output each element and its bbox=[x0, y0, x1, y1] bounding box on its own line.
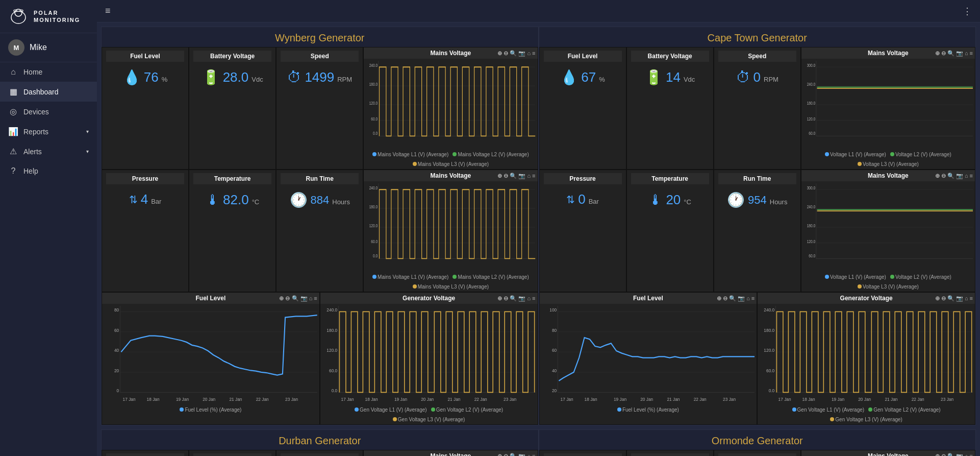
sidebar-item-home[interactable]: ⌂ Home bbox=[0, 62, 97, 82]
capetown-battery-label: Battery Voltage bbox=[631, 51, 709, 62]
ormonde-battery: Battery Voltage 🔋 28 Vdc bbox=[626, 450, 714, 456]
svg-text:0: 0 bbox=[117, 388, 119, 393]
capetown-speed-unit: RPM bbox=[764, 76, 778, 83]
sidebar-item-help[interactable]: ? Help bbox=[0, 161, 97, 181]
chart-controls[interactable]: ⊕ ⊖ 🔍 📷 ⌂ ≡ bbox=[497, 50, 535, 57]
speed-icon: ⏱ bbox=[287, 69, 301, 86]
capetown-mains-voltage-chart2: Mains Voltage ⊕ ⊖ 🔍 📷 ⌂ ≡ 300.0 240.0 18… bbox=[801, 170, 975, 292]
reports-icon: 📊 bbox=[8, 127, 18, 136]
help-icon: ? bbox=[8, 166, 18, 176]
capetown-stats-row2: Pressure ⇅ 0 Bar Temperature 🌡 20 °C bbox=[539, 170, 976, 292]
svg-text:180.0: 180.0 bbox=[764, 328, 775, 333]
svg-text:20: 20 bbox=[114, 368, 119, 373]
polar-bear-icon bbox=[8, 6, 29, 27]
svg-text:17 Jan: 17 Jan bbox=[341, 397, 354, 402]
wynberg-mains-voltage-label2: Mains Voltage bbox=[431, 172, 471, 179]
svg-text:240.0: 240.0 bbox=[326, 307, 337, 313]
svg-text:20 Jan: 20 Jan bbox=[203, 397, 215, 402]
capetown-stats-row1: Fuel Level 💧 67 % Battery Voltage 🔋 14 V… bbox=[539, 47, 976, 170]
wynberg-fuel-chart-body: 80 60 40 20 0 bbox=[102, 304, 319, 406]
sidebar-item-alerts[interactable]: ⚠ Alerts ▾ bbox=[0, 141, 97, 161]
menu-toggle-button[interactable]: ≡ bbox=[105, 6, 111, 16]
home-icon: ⌂ bbox=[8, 67, 18, 77]
capetown-pressure-value: 0 bbox=[578, 191, 585, 207]
svg-text:180.0: 180.0 bbox=[369, 204, 378, 210]
svg-text:180.0: 180.0 bbox=[807, 100, 815, 106]
svg-text:19 Jan: 19 Jan bbox=[613, 397, 626, 402]
svg-text:20 Jan: 20 Jan bbox=[640, 397, 653, 402]
wynberg-speed-unit: RPM bbox=[337, 76, 352, 83]
capetown-fuel-level: Fuel Level 💧 67 % bbox=[539, 47, 626, 170]
wynberg-temp-label: Temperature bbox=[193, 173, 271, 184]
durban-stats-row1: Fuel Level 💧 63 % Battery Voltage 🔋 14 V… bbox=[102, 450, 538, 456]
pressure-icon2: ⇅ bbox=[566, 194, 575, 206]
svg-text:21 Jan: 21 Jan bbox=[667, 397, 680, 402]
chart-controls4[interactable]: ⊕ ⊖ 🔍 📷 ⌂ ≡ bbox=[497, 295, 535, 302]
wynberg-fuel-unit: % bbox=[162, 76, 168, 83]
durban-speed-label: Speed bbox=[281, 453, 359, 456]
wynberg-pressure: Pressure ⇅ 4 Bar bbox=[102, 170, 189, 292]
svg-text:240.0: 240.0 bbox=[807, 204, 815, 210]
wynberg-pressure-unit: Bar bbox=[151, 198, 161, 205]
wynberg-fuel-level-chart-label: Fuel Level bbox=[196, 295, 226, 302]
svg-text:60: 60 bbox=[551, 348, 556, 353]
sidebar-item-reports[interactable]: 📊 Reports ▾ bbox=[0, 122, 97, 141]
capetown-fuel-value: 67 bbox=[581, 69, 596, 85]
wynberg-fuel-label: Fuel Level bbox=[106, 51, 184, 62]
chart-controls7[interactable]: ⊕ ⊖ 🔍 📷 ⌂ ≡ bbox=[717, 295, 755, 302]
svg-text:120.0: 120.0 bbox=[807, 238, 815, 244]
dashboard: Wynberg Generator Fuel Level 💧 76 % Batt… bbox=[97, 27, 980, 456]
svg-text:120.0: 120.0 bbox=[764, 348, 775, 353]
svg-text:300.0: 300.0 bbox=[807, 62, 815, 68]
top-generators-row: Wynberg Generator Fuel Level 💧 76 % Batt… bbox=[101, 27, 976, 425]
svg-text:120.0: 120.0 bbox=[807, 115, 815, 122]
clock-icon2: 🕐 bbox=[727, 191, 745, 208]
wynberg-pressure-label: Pressure bbox=[106, 173, 184, 184]
capetown-pressure: Pressure ⇅ 0 Bar bbox=[539, 170, 626, 292]
capetown-runtime-label: Run Time bbox=[718, 173, 796, 184]
capetown-temperature: Temperature 🌡 20 °C bbox=[626, 170, 714, 292]
ct-chart-legend: Voltage L1 (V) (Average) Voltage L2 (V) … bbox=[801, 151, 975, 169]
svg-text:22 Jan: 22 Jan bbox=[256, 397, 269, 402]
capetown-speed-label: Speed bbox=[718, 51, 796, 62]
chart-controls8[interactable]: ⊕ ⊖ 🔍 📷 ⌂ ≡ bbox=[935, 295, 973, 302]
svg-text:240.0: 240.0 bbox=[764, 307, 775, 313]
more-options-button[interactable]: ⋮ bbox=[963, 6, 972, 17]
svg-text:18 Jan: 18 Jan bbox=[584, 397, 597, 402]
svg-text:240.0: 240.0 bbox=[369, 185, 378, 191]
capetown-mains-chart2-body: 300.0 240.0 180.0 120.0 60.0 bbox=[801, 181, 975, 273]
capetown-fuel-unit: % bbox=[599, 76, 605, 83]
capetown-mains-voltage-label2: Mains Voltage bbox=[868, 172, 909, 179]
wynberg-charts-row: Fuel Level ⊕ ⊖ 🔍 📷 ⌂ ≡ 80 60 40 20 bbox=[102, 292, 538, 425]
chart-controls9[interactable]: ⊕ ⊖ 🔍 📷 ⌂ ≡ bbox=[497, 453, 535, 457]
chart-controls10[interactable]: ⊕ ⊖ 🔍 📷 ⌂ ≡ bbox=[935, 453, 973, 457]
wynberg-speed: Speed ⏱ 1499 RPM bbox=[276, 47, 363, 170]
durban-title: Durban Generator bbox=[102, 430, 538, 450]
capetown-gen-voltage-label: Generator Voltage bbox=[840, 295, 893, 302]
durban-battery-label: Battery Voltage bbox=[193, 453, 271, 456]
capetown-runtime-value: 954 bbox=[748, 194, 767, 207]
chart-controls3[interactable]: ⊕ ⊖ 🔍 📷 ⌂ ≡ bbox=[279, 295, 317, 302]
svg-text:22 Jan: 22 Jan bbox=[474, 397, 487, 402]
svg-text:180.0: 180.0 bbox=[807, 223, 815, 229]
svg-text:0.0: 0.0 bbox=[769, 388, 775, 393]
svg-text:40: 40 bbox=[114, 348, 119, 353]
chart-controls5[interactable]: ⊕ ⊖ 🔍 📷 ⌂ ≡ bbox=[935, 50, 973, 57]
wynberg-fuel-level-chart: Fuel Level ⊕ ⊖ 🔍 📷 ⌂ ≡ 80 60 40 20 bbox=[102, 292, 320, 425]
chart-controls6[interactable]: ⊕ ⊖ 🔍 📷 ⌂ ≡ bbox=[935, 173, 973, 179]
durban-fuel-label: Fuel Level bbox=[106, 453, 184, 456]
main-content: ≡ ⋮ Wynberg Generator Fuel Level 💧 76 % bbox=[97, 0, 980, 456]
svg-text:20 Jan: 20 Jan bbox=[858, 397, 871, 402]
gen-legend: Gen Voltage L1 (V) (Average) Gen Voltage… bbox=[320, 406, 538, 424]
svg-text:60.0: 60.0 bbox=[809, 130, 815, 136]
capetown-mains-voltage-label: Mains Voltage bbox=[868, 50, 909, 57]
sidebar-item-devices[interactable]: ◎ Devices bbox=[0, 102, 97, 122]
wynberg-fuel-level: Fuel Level 💧 76 % bbox=[102, 47, 189, 170]
sidebar-item-dashboard[interactable]: ▦ Dashboard bbox=[0, 82, 97, 102]
ct-fuel-legend: Fuel Level (%) (Average) bbox=[540, 406, 757, 415]
water-drop-icon: 💧 bbox=[123, 69, 141, 86]
avatar: M bbox=[8, 39, 24, 56]
chart-controls2[interactable]: ⊕ ⊖ 🔍 📷 ⌂ ≡ bbox=[497, 173, 535, 179]
ormonde-battery-label: Battery Voltage bbox=[631, 453, 709, 456]
svg-text:19 Jan: 19 Jan bbox=[394, 397, 407, 402]
